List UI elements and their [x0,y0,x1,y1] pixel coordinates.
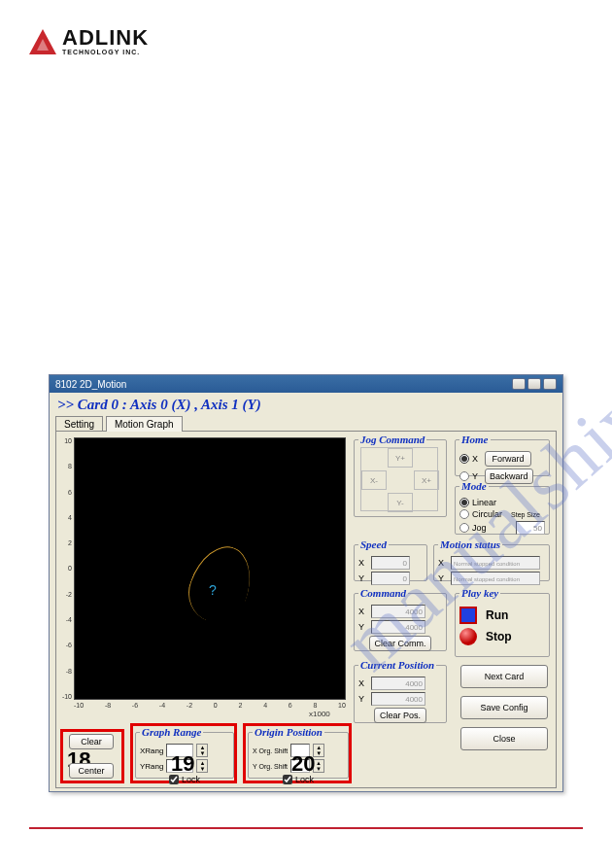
speed-y-label: Y [358,573,368,583]
command-group: Command X4000 Y4000 Clear Comm. [354,587,447,651]
motion-status-legend: Motion status [438,538,502,550]
motion-status-group: Motion status XNormal stopped condition … [433,538,550,581]
mode-group: Mode Linear Circular Step Size Jog 50 [455,480,550,535]
graph-range-group: Graph Range XRang ▲▼ 19 YRang ▲▼ Lock [135,726,234,779]
stop-label: Stop [486,630,512,643]
forward-button[interactable]: Forward [485,451,531,467]
graph-y-ticks: 1086420-2-4-6-8-10 [58,437,72,700]
cmd-x-label: X [358,607,368,616]
mode-linear-label: Linear [472,498,496,507]
next-card-button[interactable]: Next Card [460,665,548,688]
footer-divider [29,827,583,829]
home-legend: Home [459,434,491,445]
speed-y-value: 0 [371,572,410,585]
yrang-label: YRang [140,762,163,771]
window-title: 8102 2D_Motion [55,379,126,390]
callout-19-number: 19 [171,751,194,777]
titlebar: 8102 2D_Motion [50,375,562,393]
speed-x-label: X [358,558,368,568]
mode-circular-label: Circular [472,509,502,519]
maximize-icon[interactable] [527,378,541,390]
home-x-label: X [472,454,482,464]
mstatus-x-value: Normal stopped condition [451,556,540,570]
app-window: 8102 2D_Motion >> Card 0 : Axis 0 (X) , … [49,374,563,792]
graph-range-legend: Graph Range [140,726,203,738]
mstatus-x-label: X [438,558,448,568]
jog-x-plus[interactable]: X+ [414,470,439,490]
command-legend: Command [358,587,408,599]
close-icon[interactable] [543,378,557,390]
tab-setting[interactable]: Setting [55,416,103,432]
save-config-button[interactable]: Save Config [460,696,548,719]
mode-circular-radio[interactable] [459,509,469,519]
home-group: Home X Forward Y Backward [455,434,550,476]
callout-18-box: Clear 18 Center [60,729,124,783]
playkey-legend: Play key [459,587,500,599]
card-title: >> Card 0 : Axis 0 (X) , Axis 1 (Y) [50,393,562,415]
mstatus-y-value: Normal stopped condition [451,572,540,585]
mode-jog-label: Jog [472,523,487,533]
jog-y-minus[interactable]: Y- [388,493,413,512]
adlink-logo: ADLINK TECHNOLOGY INC. [29,27,149,55]
curpos-y-value: 4000 [371,692,425,706]
brand-subtitle: TECHNOLOGY INC. [62,49,149,55]
cmd-y-label: Y [358,622,368,632]
speed-legend: Speed [358,538,389,550]
jog-pad: Y+ Y- X- X+ [360,447,438,511]
tab-motion-graph[interactable]: Motion Graph [106,416,183,432]
mode-legend: Mode [459,480,489,492]
curpos-x-value: 4000 [371,677,425,690]
motion-path-curve [180,538,261,631]
origin-position-legend: Origin Position [253,726,324,738]
step-size-input[interactable]: 50 [516,521,545,535]
jog-x-minus[interactable]: X- [361,470,387,490]
tabstrip: Setting Motion Graph [50,415,562,431]
step-size-label: Step Size [511,511,540,518]
stop-icon[interactable] [459,628,477,645]
xrang-spin[interactable]: ▲▼ [196,744,208,757]
graph-x-unit: x1000 [309,710,330,718]
graph-x-ticks: -10-8-6-4-20246810 [74,702,346,709]
yrang-spin[interactable]: ▲▼ [196,759,208,773]
jog-y-plus[interactable]: Y+ [388,448,413,468]
current-position-group: Current Position X4000 Y4000 Clear Pos. [354,659,447,723]
tab-panel: 1086420-2-4-6-8-10 ? -10-8-6-4-20246810 … [55,431,557,788]
xrang-label: XRang [140,746,163,755]
close-button[interactable]: Close [460,727,548,750]
logo-triangle-icon [29,29,56,54]
clear-position-button[interactable]: Clear Pos. [374,708,426,723]
jog-command-group: Jog Command Y+ Y- X- X+ [354,434,447,517]
home-x-radio[interactable] [459,454,469,464]
speed-group: Speed X0 Y0 [354,538,427,581]
minimize-icon[interactable] [512,378,526,390]
callout-20-number: 20 [291,751,315,777]
jog-legend: Jog Command [358,434,426,445]
xorg-label: X Org. Shift [253,747,288,754]
mode-linear-radio[interactable] [459,498,469,507]
playkey-group: Play key Run Stop [455,587,550,657]
motion-graph-canvas: ? [74,437,346,700]
curpos-x-label: X [358,678,368,688]
mstatus-y-label: Y [438,573,448,583]
origin-position-group: Origin Position X Org. Shift ▲▼ 20 Y Org… [248,726,349,779]
curpos-y-label: Y [358,694,368,704]
cmd-y-value: 4000 [371,620,425,634]
brand-name: ADLINK [62,27,149,49]
yorg-label: Y Org. Shift [253,763,288,770]
callout-19-box: Graph Range XRang ▲▼ 19 YRang ▲▼ Lock [130,723,237,783]
speed-x-value: 0 [371,556,410,570]
mode-jog-radio[interactable] [459,523,469,533]
run-icon[interactable] [459,607,477,624]
cmd-x-value: 4000 [371,605,425,618]
callout-20-box: Origin Position X Org. Shift ▲▼ 20 Y Org… [243,723,352,783]
run-label: Run [486,608,508,622]
center-button[interactable]: Center [69,763,114,779]
graph-marker: ? [209,582,217,598]
curpos-legend: Current Position [358,659,436,671]
clear-command-button[interactable]: Clear Comm. [369,636,430,651]
